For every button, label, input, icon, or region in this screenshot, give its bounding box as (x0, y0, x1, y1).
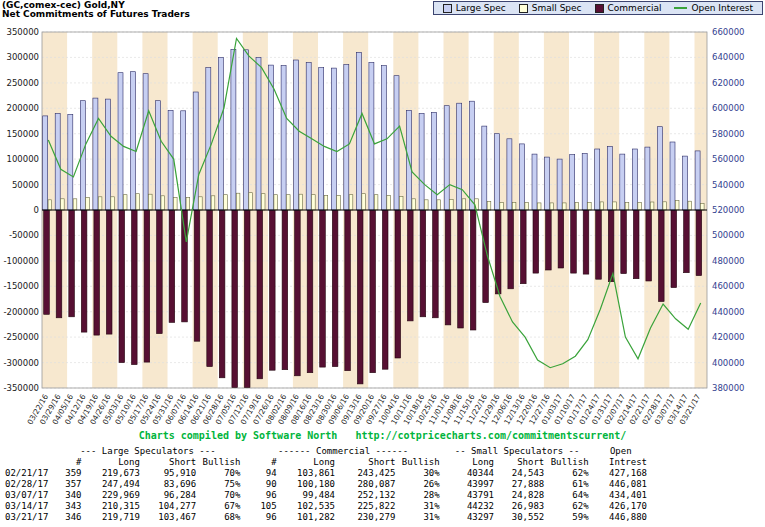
bar-small-spec (186, 197, 190, 210)
bar-large-spec (557, 159, 562, 210)
table-column-header: Long (443, 457, 497, 468)
bar-small-spec (374, 195, 378, 210)
table-row: 02/28/17357247,49483,69675%90100,180280,… (2, 479, 650, 490)
legend-item-small-spec: Small Spec (519, 3, 582, 13)
bar-small-spec (299, 194, 303, 210)
bar-small-spec (537, 203, 541, 210)
table-cell: 225,822 (338, 501, 398, 512)
y-axis-label-right: 400000 (712, 358, 744, 368)
bar-commercial (345, 210, 351, 371)
bar-large-spec (620, 154, 625, 210)
table-cell: 346 (52, 512, 84, 523)
y-axis-label-left: 150000 (7, 129, 39, 139)
table-cell: 357 (52, 479, 84, 490)
bar-commercial (232, 210, 238, 388)
bar-large-spec (206, 68, 211, 210)
y-axis-label-right: 640000 (712, 52, 744, 62)
bar-small-spec (688, 201, 692, 210)
y-axis-label-right: 500000 (712, 230, 744, 240)
bar-small-spec (701, 204, 705, 211)
bar-commercial (106, 210, 112, 334)
table-date-cell: 03/21/17 (2, 512, 52, 523)
bar-large-spec (645, 147, 650, 210)
table-group-header: --- Large Speculators --- (52, 446, 243, 457)
table-cell: 31% (398, 501, 442, 512)
table-group-header: Open (592, 446, 650, 457)
table-cell: 26,983 (497, 501, 547, 512)
bar-large-spec (469, 101, 474, 210)
bar-large-spec (444, 106, 449, 210)
bar-small-spec (111, 197, 115, 210)
open-interest-swatch-icon (674, 7, 687, 9)
bar-large-spec (281, 66, 286, 210)
bar-large-spec (457, 103, 462, 210)
bar-commercial (207, 210, 213, 367)
bar-small-spec (362, 194, 366, 210)
credit-url-link[interactable]: http://cotpricecharts.com/commitmentscur… (355, 430, 626, 441)
bar-large-spec (344, 65, 349, 211)
bar-commercial (395, 210, 401, 358)
bar-small-spec (73, 199, 77, 210)
bar-small-spec (399, 196, 403, 210)
bar-small-spec (588, 202, 592, 210)
bar-large-spec (243, 50, 248, 210)
table-cell: 40344 (443, 468, 497, 479)
y-axis-label-left: 300000 (7, 52, 39, 62)
bar-small-spec (387, 195, 391, 210)
y-axis-label-right: 420000 (712, 332, 744, 342)
table-column-header: Long (84, 457, 142, 468)
bar-commercial (119, 210, 125, 363)
table-date-cell: 02/28/17 (2, 479, 52, 490)
table-cell: 83,696 (143, 479, 199, 490)
table-cell: 59% (547, 512, 591, 523)
bar-large-spec (432, 112, 437, 210)
y-axis-label-right: 560000 (712, 154, 744, 164)
bar-large-spec (105, 99, 110, 210)
bar-large-spec (93, 98, 98, 210)
bar-small-spec (625, 202, 629, 210)
bar-commercial (571, 210, 577, 273)
table-cell: 103,467 (143, 512, 199, 523)
table-date-cell: 03/14/17 (2, 501, 52, 512)
bar-commercial (583, 210, 589, 274)
bar-small-spec (261, 194, 265, 210)
table-cell: 44232 (443, 501, 497, 512)
bar-small-spec (638, 202, 642, 210)
bar-commercial (69, 210, 75, 317)
legend-label: Open Interest (691, 3, 753, 13)
table-cell: 24,543 (497, 468, 547, 479)
bar-large-spec (118, 73, 123, 210)
y-axis-label-left: -50000 (9, 230, 39, 240)
commercial-swatch-icon (595, 4, 604, 13)
bar-small-spec (437, 200, 441, 210)
bar-commercial (370, 210, 376, 373)
table-cell: 340 (52, 490, 84, 501)
bar-small-spec (274, 195, 278, 210)
bar-commercial (307, 210, 313, 373)
bar-small-spec (123, 195, 127, 210)
bar-small-spec (337, 195, 341, 210)
bar-large-spec (256, 57, 261, 210)
bar-small-spec (86, 197, 90, 210)
bar-small-spec (675, 200, 679, 210)
cot-data-table: --- Large Speculators --------- Commerci… (2, 446, 650, 523)
table-cell: 426,170 (592, 501, 650, 512)
bar-small-spec (563, 203, 567, 210)
bar-large-spec (595, 149, 600, 210)
table-row: 03/14/17343210,315104,27767%105102,53522… (2, 501, 650, 512)
table-column-header: Short (338, 457, 398, 468)
table-cell: 90 (243, 479, 279, 490)
table-cell: 96 (243, 490, 279, 501)
legend-item-large-spec: Large Spec (443, 3, 506, 13)
bar-commercial (194, 210, 200, 341)
table-date-cell: 03/07/17 (2, 490, 52, 501)
bar-commercial (44, 210, 50, 314)
table-cell: 95,910 (143, 468, 199, 479)
bar-commercial (56, 210, 62, 318)
table-cell: 30,552 (497, 512, 547, 523)
table-cell: 68% (199, 512, 243, 523)
y-axis-label-left: -250000 (3, 332, 39, 342)
bar-large-spec (582, 154, 587, 211)
table-cell: 230,279 (338, 512, 398, 523)
table-cell: 43997 (443, 479, 497, 490)
